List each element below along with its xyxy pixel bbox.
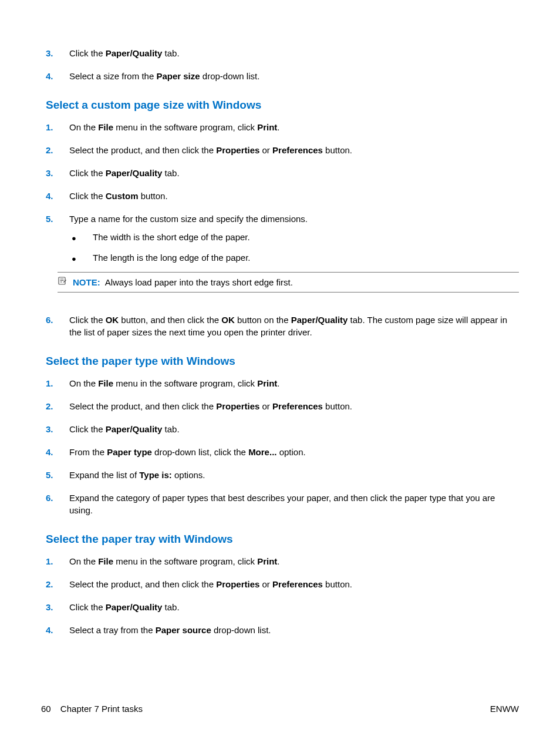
step-text: Click the Paper/Quality tab. [69, 167, 519, 179]
section-heading: Select the paper type with Windows [46, 355, 519, 368]
step-item: 5.Type a name for the custom size and sp… [46, 213, 519, 303]
step-number: 4. [46, 70, 69, 82]
step-number: 6. [46, 314, 69, 338]
step-item: 4.Select a size from the Paper size drop… [46, 70, 519, 82]
step-number: 4. [46, 190, 69, 202]
step-item: 6.Click the OK button, and then click th… [46, 314, 519, 338]
step-item: 5.Expand the list of Type is: options. [46, 469, 519, 481]
step-number: 1. [46, 121, 69, 133]
step-item: 3.Click the Paper/Quality tab. [46, 167, 519, 179]
step-text: Select the product, and then click the P… [69, 144, 519, 156]
step-text: Click the Paper/Quality tab. [69, 423, 519, 435]
note-text: Always load paper into the trays short e… [105, 277, 293, 287]
document-page: 3.Click the Paper/Quality tab.4.Select a… [0, 0, 560, 746]
step-item: 4.From the Paper type drop-down list, cl… [46, 446, 519, 458]
note-icon [58, 276, 67, 285]
chapter-title: Chapter 7 Print tasks [60, 704, 143, 714]
bullet-text: The width is the short edge of the paper… [93, 231, 250, 243]
step-text: Expand the category of paper types that … [69, 492, 519, 516]
step-number: 4. [46, 446, 69, 458]
step-item: 2.Select the product, and then click the… [46, 400, 519, 412]
step-item: 4.Click the Custom button. [46, 190, 519, 202]
step-text: Click the Paper/Quality tab. [69, 47, 519, 59]
bullet-dot-icon: ● [69, 254, 93, 266]
step-text: Click the Paper/Quality tab. [69, 601, 519, 613]
step-number: 3. [46, 601, 69, 613]
step-number: 1. [46, 555, 69, 567]
footer-left: 60 Chapter 7 Print tasks [41, 704, 143, 714]
step-item: 2.Select the product, and then click the… [46, 578, 519, 590]
step-item: 6.Expand the category of paper types tha… [46, 492, 519, 516]
step-item: 1.On the File menu in the software progr… [46, 555, 519, 567]
step-number: 3. [46, 423, 69, 435]
step-item: 3.Click the Paper/Quality tab. [46, 601, 519, 613]
step-item: 3.Click the Paper/Quality tab. [46, 423, 519, 435]
section-heading: Select the paper tray with Windows [46, 533, 519, 546]
step-number: 3. [46, 47, 69, 59]
bullet-item: ●The length is the long edge of the pape… [69, 251, 519, 264]
step-number: 4. [46, 624, 69, 636]
bullet-dot-icon: ● [69, 233, 93, 246]
section-heading: Select a custom page size with Windows [46, 99, 519, 112]
note-label: NOTE: [73, 277, 100, 287]
step-item: 3.Click the Paper/Quality tab. [46, 47, 519, 59]
step-text: Expand the list of Type is: options. [69, 469, 519, 481]
step-text: Select the product, and then click the P… [69, 578, 519, 590]
step-text: Click the OK button, and then click the … [69, 314, 519, 338]
bullet-list: ●The width is the short edge of the pape… [69, 231, 519, 264]
step-number: 2. [46, 578, 69, 590]
step-list: 1.On the File menu in the software progr… [46, 555, 519, 636]
step-text: On the File menu in the software program… [69, 555, 519, 567]
step-item: 1.On the File menu in the software progr… [46, 121, 519, 133]
step-number: 3. [46, 167, 69, 179]
step-list: 1.On the File menu in the software progr… [46, 121, 519, 338]
note-callout: NOTE:Always load paper into the trays sh… [58, 272, 519, 293]
content-area: 3.Click the Paper/Quality tab.4.Select a… [41, 47, 519, 636]
step-text: Type a name for the custom size and spec… [69, 213, 519, 303]
step-number: 2. [46, 400, 69, 412]
bullet-item: ●The width is the short edge of the pape… [69, 231, 519, 243]
step-text: Select a size from the Paper size drop-d… [69, 70, 519, 82]
step-number: 1. [46, 377, 69, 389]
step-number: 6. [46, 492, 69, 516]
step-text: On the File menu in the software program… [69, 377, 519, 389]
step-list: 3.Click the Paper/Quality tab.4.Select a… [46, 47, 519, 82]
page-footer: 60 Chapter 7 Print tasks ENWW [41, 704, 519, 714]
step-text: Click the Custom button. [69, 190, 519, 202]
step-item: 2.Select the product, and then click the… [46, 144, 519, 156]
bullet-text: The length is the long edge of the paper… [93, 251, 251, 264]
footer-right: ENWW [490, 704, 519, 714]
step-number: 2. [46, 144, 69, 156]
step-item: 4.Select a tray from the Paper source dr… [46, 624, 519, 636]
step-text: Select a tray from the Paper source drop… [69, 624, 519, 636]
step-item: 1.On the File menu in the software progr… [46, 377, 519, 389]
step-text: Select the product, and then click the P… [69, 400, 519, 412]
step-text: From the Paper type drop-down list, clic… [69, 446, 519, 458]
page-number: 60 [41, 704, 51, 714]
step-text: On the File menu in the software program… [69, 121, 519, 133]
step-number: 5. [46, 469, 69, 481]
step-list: 1.On the File menu in the software progr… [46, 377, 519, 516]
